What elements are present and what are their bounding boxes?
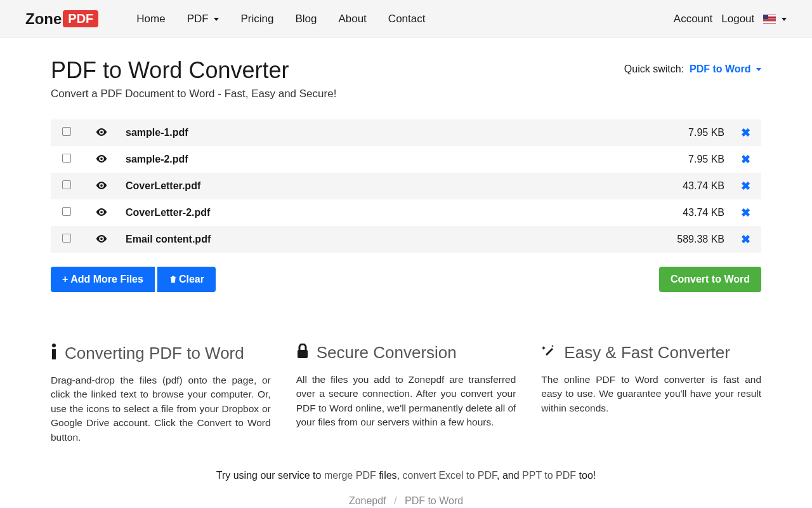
svg-point-0 xyxy=(52,344,56,347)
svg-rect-2 xyxy=(298,350,308,358)
quick-switch-label: Quick switch: xyxy=(624,64,684,74)
file-size: 7.95 KB xyxy=(539,119,730,146)
remove-icon[interactable]: ✖ xyxy=(741,126,750,139)
quick-switch-dropdown[interactable]: PDF to Word xyxy=(690,64,761,74)
promo-link-merge[interactable]: merge PDF xyxy=(324,470,376,481)
info-text: The online PDF to Word converter is fast… xyxy=(541,373,761,415)
header-titles: PDF to Word Converter Convert a PDF Docu… xyxy=(51,57,336,100)
clear-button[interactable]: Clear xyxy=(157,267,216,292)
remove-icon[interactable]: ✖ xyxy=(741,153,750,166)
file-table: sample-1.pdf7.95 KB✖sample-2.pdf7.95 KB✖… xyxy=(51,119,761,253)
nav-contact[interactable]: Contact xyxy=(388,13,426,25)
chevron-down-icon xyxy=(214,18,219,21)
info-head: Converting PDF to Word xyxy=(51,343,271,363)
info-title: Easy & Fast Converter xyxy=(564,343,730,363)
eye-icon[interactable] xyxy=(96,207,107,218)
quick-switch-value: PDF to Word xyxy=(690,64,751,74)
file-row: Email content.pdf589.38 KB✖ xyxy=(51,226,761,253)
file-size: 43.74 KB xyxy=(539,199,730,226)
file-name: CoverLetter.pdf xyxy=(121,173,539,199)
info-head: Secure Conversion xyxy=(296,343,516,363)
nav-home[interactable]: Home xyxy=(136,13,165,25)
nav-logout[interactable]: Logout xyxy=(721,13,754,25)
page-title: PDF to Word Converter xyxy=(51,57,336,84)
eye-icon[interactable] xyxy=(96,234,107,244)
file-checkbox[interactable] xyxy=(62,234,71,243)
magic-wand-icon xyxy=(541,344,556,363)
lock-icon xyxy=(296,344,309,363)
trash-icon xyxy=(169,274,179,284)
file-name: sample-2.pdf xyxy=(121,146,539,173)
nav-links: Home PDF Pricing Blog About Contact xyxy=(136,13,674,25)
logo-text-zone: Zone xyxy=(25,10,62,28)
us-flag-icon xyxy=(763,15,776,23)
promo-link-excel[interactable]: convert Excel to PDF xyxy=(403,470,497,481)
info-row: Converting PDF to Word Drag-and-drop the… xyxy=(51,343,761,444)
remove-icon[interactable]: ✖ xyxy=(741,233,750,246)
nav-blog[interactable]: Blog xyxy=(295,13,317,25)
info-title: Secure Conversion xyxy=(317,343,457,363)
file-size: 589.38 KB xyxy=(539,226,730,253)
nav-account[interactable]: Account xyxy=(674,13,712,25)
file-name: sample-1.pdf xyxy=(121,119,539,146)
info-text: All the files you add to Zonepdf are tra… xyxy=(296,373,516,430)
file-row: CoverLetter-2.pdf43.74 KB✖ xyxy=(51,199,761,226)
nav-pdf-dropdown[interactable]: PDF xyxy=(187,13,219,25)
promo-text: Try using our service to merge PDF files… xyxy=(51,470,761,481)
breadcrumb: Zonepdf / PDF to Word xyxy=(51,495,761,507)
language-dropdown[interactable] xyxy=(763,13,787,25)
logo[interactable]: Zone PDF xyxy=(25,10,98,28)
info-col-converting: Converting PDF to Word Drag-and-drop the… xyxy=(51,343,271,444)
info-col-fast: Easy & Fast Converter The online PDF to … xyxy=(541,343,761,444)
eye-icon[interactable] xyxy=(96,127,107,138)
breadcrumb-root[interactable]: Zonepdf xyxy=(349,495,386,506)
file-checkbox[interactable] xyxy=(62,154,71,163)
promo-link-ppt[interactable]: PPT to PDF xyxy=(522,470,576,481)
navbar: Zone PDF Home PDF Pricing Blog About Con… xyxy=(0,0,812,38)
file-checkbox[interactable] xyxy=(62,207,71,216)
nav-pdf-label: PDF xyxy=(187,13,209,25)
page-subtitle: Convert a PDF Document to Word - Fast, E… xyxy=(51,88,336,100)
breadcrumb-current: PDF to Word xyxy=(405,495,463,506)
nav-pricing[interactable]: Pricing xyxy=(240,13,273,25)
file-checkbox[interactable] xyxy=(62,180,71,189)
eye-icon[interactable] xyxy=(96,180,107,191)
info-text: Drag-and-drop the files (pdf) onto the p… xyxy=(51,373,271,444)
main-container: PDF to Word Converter Convert a PDF Docu… xyxy=(25,38,787,508)
info-col-secure: Secure Conversion All the files you add … xyxy=(296,343,516,444)
eye-icon[interactable] xyxy=(96,154,107,164)
action-row: + Add More Files Clear Convert to Word xyxy=(51,267,761,292)
file-row: sample-2.pdf7.95 KB✖ xyxy=(51,146,761,173)
add-more-files-button[interactable]: + Add More Files xyxy=(51,267,155,292)
info-icon xyxy=(51,343,57,363)
header-row: PDF to Word Converter Convert a PDF Docu… xyxy=(51,57,761,100)
file-checkbox[interactable] xyxy=(62,127,71,136)
breadcrumb-sep: / xyxy=(394,495,396,506)
remove-icon[interactable]: ✖ xyxy=(741,180,750,192)
file-size: 43.74 KB xyxy=(539,173,730,199)
remove-icon[interactable]: ✖ xyxy=(741,206,750,219)
file-size: 7.95 KB xyxy=(539,146,730,173)
nav-right: Account Logout xyxy=(674,13,787,25)
svg-rect-1 xyxy=(52,349,56,359)
info-title: Converting PDF to Word xyxy=(65,344,244,363)
clear-label: Clear xyxy=(179,274,204,284)
chevron-down-icon xyxy=(782,18,787,21)
file-row: CoverLetter.pdf43.74 KB✖ xyxy=(51,173,761,199)
logo-text-pdf: PDF xyxy=(63,10,98,27)
file-row: sample-1.pdf7.95 KB✖ xyxy=(51,119,761,146)
left-action-group: + Add More Files Clear xyxy=(51,267,216,292)
convert-to-word-button[interactable]: Convert to Word xyxy=(659,267,761,292)
quick-switch: Quick switch: PDF to Word xyxy=(624,57,761,75)
info-head: Easy & Fast Converter xyxy=(541,343,761,363)
file-name: CoverLetter-2.pdf xyxy=(121,199,539,226)
chevron-down-icon xyxy=(756,68,761,71)
file-name: Email content.pdf xyxy=(121,226,539,253)
nav-about[interactable]: About xyxy=(338,13,366,25)
